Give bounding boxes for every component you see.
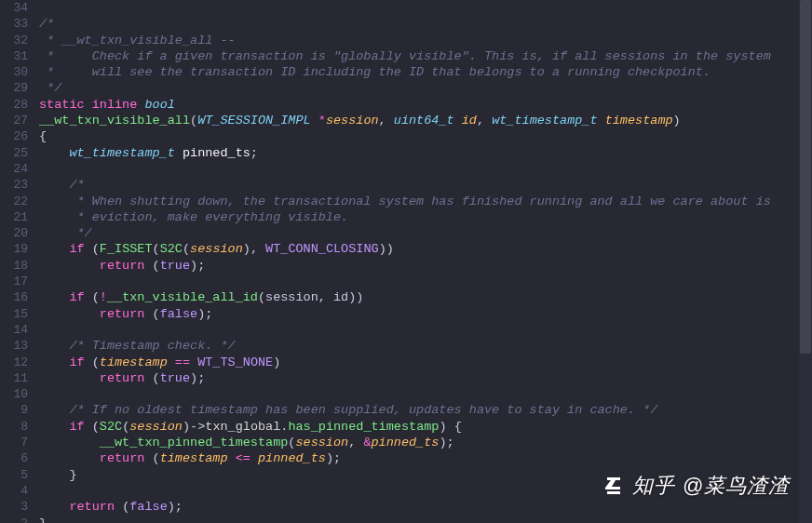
line-number: 6 <box>0 450 28 466</box>
code-line[interactable]: */ <box>39 225 812 241</box>
code-line[interactable]: return (true); <box>39 258 812 274</box>
code-line[interactable]: /* Timestamp check. */ <box>39 338 812 354</box>
line-number: 11 <box>0 370 28 386</box>
code-line[interactable] <box>39 322 812 338</box>
code-line[interactable]: if (!__txn_visible_all_id(session, id)) <box>39 289 812 305</box>
line-number: 20 <box>0 225 28 241</box>
code-line[interactable] <box>39 161 812 177</box>
line-number: 15 <box>0 306 28 322</box>
code-line[interactable] <box>39 274 812 289</box>
code-content[interactable]: /* * __wt_txn_visible_all -- * Check if … <box>34 0 812 523</box>
code-line[interactable]: __wt_txn_pinned_timestamp(session, &pinn… <box>39 435 812 450</box>
code-line[interactable]: { <box>39 128 812 144</box>
line-number: 23 <box>0 177 28 193</box>
line-number: 8 <box>0 419 28 435</box>
line-number: 13 <box>0 338 28 354</box>
code-line[interactable]: /* <box>39 177 812 193</box>
code-line[interactable]: /* If no oldest timestamp has been suppl… <box>39 402 812 418</box>
line-number: 19 <box>0 241 28 257</box>
line-number: 28 <box>0 97 28 113</box>
line-number: 21 <box>0 209 28 225</box>
line-number: 18 <box>0 258 28 274</box>
code-line[interactable]: return (true); <box>39 370 812 386</box>
code-line[interactable]: } <box>39 516 812 524</box>
code-line[interactable]: * Check if a given transaction is "globa… <box>39 48 812 64</box>
line-number: 12 <box>0 355 28 370</box>
line-number: 32 <box>0 33 28 48</box>
line-number: 3 <box>0 499 28 515</box>
line-number: 25 <box>0 145 28 161</box>
line-number: 14 <box>0 322 28 338</box>
scrollbar-track[interactable] <box>799 0 812 523</box>
line-number: 33 <box>0 16 28 32</box>
line-number: 16 <box>0 289 28 305</box>
code-line[interactable] <box>39 0 812 16</box>
line-number: 4 <box>0 483 28 499</box>
line-number: 17 <box>0 274 28 289</box>
code-line[interactable] <box>39 386 812 402</box>
code-line[interactable]: if (timestamp == WT_TS_NONE) <box>39 355 812 370</box>
line-number: 7 <box>0 435 28 450</box>
line-number: 30 <box>0 64 28 80</box>
watermark-prefix: 知乎 <box>632 477 675 493</box>
code-line[interactable]: /* <box>39 16 812 32</box>
line-number: 34 <box>0 0 28 16</box>
line-number: 2 <box>0 516 28 524</box>
line-number: 29 <box>0 80 28 96</box>
code-line[interactable]: * __wt_txn_visible_all -- <box>39 33 812 48</box>
code-line[interactable]: * will see the transaction ID including … <box>39 64 812 80</box>
line-number: 10 <box>0 386 28 402</box>
line-number: 27 <box>0 113 28 128</box>
scrollbar-thumb[interactable] <box>800 0 811 354</box>
line-number: 31 <box>0 48 28 64</box>
code-line[interactable]: */ <box>39 80 812 96</box>
line-number-gutter: 3433323130292827262524232221201918171615… <box>0 0 34 523</box>
code-line[interactable]: * When shutting down, the transactional … <box>39 194 812 209</box>
line-number: 24 <box>0 161 28 177</box>
code-line[interactable]: * eviction, make everything visible. <box>39 209 812 225</box>
code-line[interactable]: __wt_txn_visible_all(WT_SESSION_IMPL *se… <box>39 113 812 128</box>
line-number: 9 <box>0 402 28 418</box>
watermark-user: @菜鸟渣渣 <box>683 477 790 493</box>
code-line[interactable]: if (F_ISSET(S2C(session), WT_CONN_CLOSIN… <box>39 241 812 257</box>
code-editor: 3433323130292827262524232221201918171615… <box>0 0 812 523</box>
line-number: 5 <box>0 467 28 483</box>
code-line[interactable]: wt_timestamp_t pinned_ts; <box>39 145 812 161</box>
line-number: 26 <box>0 128 28 144</box>
code-line[interactable]: static inline bool <box>39 97 812 113</box>
watermark: 知乎 @菜鸟渣渣 <box>602 475 790 497</box>
code-line[interactable]: return (timestamp <= pinned_ts); <box>39 450 812 466</box>
code-line[interactable]: return (false); <box>39 306 812 322</box>
line-number: 22 <box>0 194 28 209</box>
zhihu-icon <box>602 475 625 497</box>
code-line[interactable]: if (S2C(session)->txn_global.has_pinned_… <box>39 419 812 435</box>
code-line[interactable]: return (false); <box>39 499 812 515</box>
